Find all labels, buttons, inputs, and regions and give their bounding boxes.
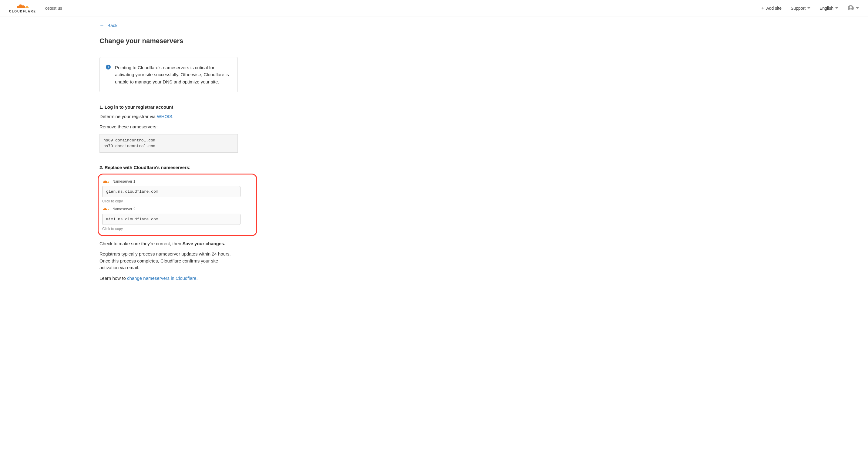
- ns1-value[interactable]: glen.ns.cloudflare.com: [102, 186, 241, 197]
- step1-determine: Determine your registrar via WHOIS.: [99, 113, 338, 120]
- learn-suffix: .: [196, 276, 197, 281]
- caret-down-icon: [835, 7, 838, 9]
- page-title: Change your nameservers: [99, 37, 338, 45]
- ns2-copy-hint: Click to copy: [100, 227, 250, 231]
- info-box: i Pointing to Cloudflare's nameservers i…: [99, 57, 238, 92]
- registrars-text: Registrars typically process nameserver …: [99, 251, 238, 271]
- learn-prefix: Learn how to: [99, 276, 127, 281]
- add-site-link[interactable]: + Add site: [761, 5, 781, 11]
- add-site-label: Add site: [766, 6, 781, 11]
- step2-title: 2. Replace with Cloudflare's nameservers…: [99, 165, 338, 170]
- logo-text: CLOUDFLARE: [9, 10, 36, 13]
- arrow-left-icon: ←: [99, 23, 104, 28]
- info-text: Pointing to Cloudflare's nameservers is …: [115, 64, 231, 85]
- cloudflare-logo[interactable]: CLOUDFLARE: [9, 3, 36, 13]
- main-content: ← Back Change your nameservers i Pointin…: [99, 17, 338, 297]
- ns1-label: Nameserver 1: [113, 179, 135, 184]
- caret-down-icon: [856, 7, 859, 9]
- check-text: Check to make sure they're correct, then…: [99, 240, 338, 247]
- cloud-icon: [15, 3, 30, 9]
- step1-title: 1. Log in to your registrar account: [99, 104, 338, 110]
- caret-down-icon: [807, 7, 810, 9]
- learn-text: Learn how to change nameservers in Cloud…: [99, 275, 338, 282]
- support-label: Support: [790, 6, 806, 11]
- cloud-icon: [103, 207, 110, 211]
- learn-link[interactable]: change nameservers in Cloudflare: [127, 276, 196, 281]
- step1-remove: Remove these nameservers:: [99, 123, 338, 130]
- highlight-box: Nameserver 1 glen.ns.cloudflare.com Clic…: [98, 174, 257, 236]
- user-icon: [847, 5, 854, 11]
- header: CLOUDFLARE cetest.us + Add site Support …: [0, 0, 868, 17]
- old-nameservers-box: ns69.domaincontrol.com ns70.domaincontro…: [99, 134, 238, 153]
- info-icon: i: [106, 65, 111, 69]
- ns2-label: Nameserver 2: [113, 207, 135, 211]
- ns2-label-row: Nameserver 2: [100, 207, 250, 211]
- plus-icon: +: [761, 5, 765, 11]
- check-prefix: Check to make sure they're correct, then: [99, 241, 183, 246]
- header-right: + Add site Support English: [761, 5, 859, 11]
- svg-point-1: [849, 6, 851, 8]
- cloud-icon: [103, 180, 110, 183]
- whois-link[interactable]: WHOIS: [157, 114, 172, 119]
- header-left: CLOUDFLARE cetest.us: [9, 3, 62, 13]
- save-bold: Save your changes.: [183, 241, 225, 246]
- back-link[interactable]: ← Back: [99, 23, 117, 28]
- language-label: English: [819, 6, 833, 11]
- back-label: Back: [107, 23, 117, 28]
- ns2-value[interactable]: mimi.ns.cloudflare.com: [102, 214, 241, 225]
- determine-prefix: Determine your registrar via: [99, 114, 157, 119]
- ns1-label-row: Nameserver 1: [100, 179, 250, 184]
- language-dropdown[interactable]: English: [819, 6, 838, 11]
- user-menu[interactable]: [847, 5, 859, 11]
- support-dropdown[interactable]: Support: [790, 6, 810, 11]
- domain-name[interactable]: cetest.us: [45, 6, 62, 11]
- determine-suffix: .: [172, 114, 174, 119]
- ns1-copy-hint: Click to copy: [100, 199, 250, 203]
